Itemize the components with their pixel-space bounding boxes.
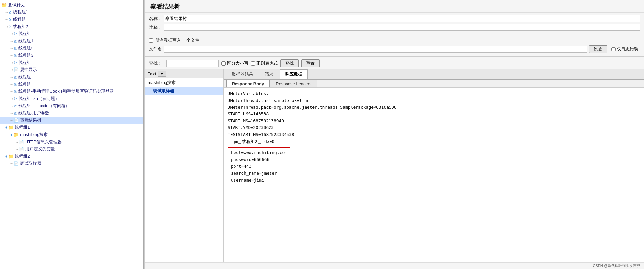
folder-icon: 📁 xyxy=(1,2,7,8)
divider1 xyxy=(145,34,644,34)
tree-root-label: 测试计划 xyxy=(8,2,25,8)
write-all-label: 所有数据写入 一个文件 xyxy=(155,37,199,43)
find-button[interactable]: 查找 xyxy=(280,59,299,67)
highlight-line: port=443 xyxy=(231,163,287,170)
highlight-line: host=www.mashibing.com xyxy=(231,149,287,156)
footer-text: CSDN @敲代码敲到头发茂密 xyxy=(593,264,640,268)
folder-icon: 📁 xyxy=(8,125,13,130)
response-line: JMeterVariables: xyxy=(228,90,640,97)
tree-item[interactable]: ⊸ ⊵ 线程组 xyxy=(0,81,143,88)
sub-tab-response-headers[interactable]: Response headers xyxy=(270,80,317,87)
content-area: Text ▼ mashibing搜索 调试取样器 取样器结果 请求 响应数据 R… xyxy=(145,69,644,262)
sub-tab-response-body[interactable]: Response Body xyxy=(226,80,270,87)
result-tree: Text ▼ mashibing搜索 调试取样器 xyxy=(145,69,224,262)
filename-row: 文件名 浏览 仅日志错误 xyxy=(149,44,640,54)
left-tree-panel: 📁 测试计划 ⊸ ⊵ 线程组1 ⊸ ⊵ 线程组 ⊸ ⊵ 线程组2 ⊸ ⊵ 线程组… xyxy=(0,0,144,269)
tree-item[interactable]: ♦ 📁 线程组2 xyxy=(0,153,143,160)
response-line: JMeterThread.last_sample_ok=true xyxy=(228,97,640,104)
note-input[interactable] xyxy=(164,24,640,31)
tree-root[interactable]: 📁 测试计划 xyxy=(0,1,143,9)
log-errors-checkbox[interactable] xyxy=(611,47,616,51)
tree-item[interactable]: ⊸ ⊵ 线程组1 xyxy=(0,9,143,16)
tree-item-selected[interactable]: ⊸ 📄 察看结果树 xyxy=(0,117,143,124)
name-row: 名称： xyxy=(149,14,640,23)
highlight-box: host=www.mashibing.com password=666666 p… xyxy=(228,147,290,185)
name-label: 名称： xyxy=(149,16,162,22)
tab-sampler-result[interactable]: 取样器结果 xyxy=(226,69,259,79)
form-section: 名称： 注释： xyxy=(145,13,644,33)
note-row: 注释： xyxy=(149,23,640,32)
browse-button[interactable]: 浏览 xyxy=(589,45,607,53)
response-line: START.HMS=143538 xyxy=(228,111,640,118)
highlight-line: search_name=jmeter xyxy=(231,170,287,177)
right-panel: 察看结果树 名称： 注释： 所有数据写入 一个文件 文件名 浏览 仅日志错误 查… xyxy=(145,0,644,269)
folder-icon: 📁 xyxy=(13,132,19,137)
reset-button[interactable]: 重置 xyxy=(301,59,320,67)
tree-item[interactable]: ⊸ ⊵ 线程组 xyxy=(0,30,143,37)
result-tree-item-debug[interactable]: 调试取样器 xyxy=(145,87,223,95)
response-line: TESTSTART.MS=1687523334538 xyxy=(228,131,640,138)
log-errors-label: 仅日志错误 xyxy=(617,46,638,52)
tree-item[interactable]: ⊸ ⊵ 线程组——csdn（有问题） xyxy=(0,102,143,109)
response-line: JMeterThread.pack=org.apache.jmeter.thre… xyxy=(228,104,640,111)
tree-item[interactable]: ⊸ 📄 用户定义的变量 xyxy=(0,145,143,153)
footer: CSDN @敲代码敲到头发茂密 xyxy=(145,262,644,269)
dropdown-button[interactable]: ▼ xyxy=(158,71,166,77)
search-input[interactable] xyxy=(166,60,219,67)
response-line: jm＿线程组2＿idx=0 xyxy=(228,138,640,145)
result-tree-item-mashibing[interactable]: mashibing搜索 xyxy=(145,78,223,87)
response-line: START.MS=1687502138949 xyxy=(228,118,640,125)
filename-label: 文件名 xyxy=(149,46,162,52)
tree-item[interactable]: ⊸ ⊵ 线程组 xyxy=(0,73,143,81)
tab-response-data[interactable]: 响应数据 xyxy=(280,69,308,79)
note-label: 注释： xyxy=(149,25,162,30)
highlight-line: password=666666 xyxy=(231,156,287,163)
sub-tabs-row: Response Body Response headers xyxy=(224,80,644,88)
tree-item[interactable]: ⊸ ⊵ 线程组 xyxy=(0,16,143,23)
case-sensitive-label: 区分大小写 xyxy=(227,60,248,66)
filename-input[interactable] xyxy=(164,46,587,53)
result-tree-header: Text ▼ xyxy=(145,69,223,78)
tree-item[interactable]: ⊸ ⊵ 线程组3 xyxy=(0,52,143,59)
tree-item[interactable]: ⊸ ⊵ 线程组-izu（有问题） xyxy=(0,95,143,102)
folder-icon: 📁 xyxy=(8,154,13,159)
regex-label: 正则表达式 xyxy=(256,60,278,66)
response-content: 取样器结果 请求 响应数据 Response Body Response hea… xyxy=(224,69,644,262)
response-body: JMeterVariables: JMeterThread.last_sampl… xyxy=(224,88,644,262)
write-section: 所有数据写入 一个文件 文件名 浏览 仅日志错误 xyxy=(145,35,644,55)
tree-item[interactable]: ⊸ ⊵ 线程组2 xyxy=(0,45,143,52)
regex-checkbox[interactable] xyxy=(251,61,255,66)
case-sensitive-group: 区分大小写 xyxy=(221,60,248,66)
highlight-line: username=jimi xyxy=(231,177,287,184)
tree-item[interactable]: ⊸ 📄 HTTP信息头管理器 xyxy=(0,138,143,145)
tree-item[interactable]: ♦ 📁 mashibing搜索 xyxy=(0,131,143,138)
result-tree-dropdown-label: Text xyxy=(148,71,156,76)
tree-item[interactable]: ⊸ ⊵ 线程组-手动管理Cookie和手动填写验证码实现登录 xyxy=(0,88,143,95)
search-label: 查找： xyxy=(149,60,162,66)
divider2 xyxy=(145,56,644,57)
tree-item[interactable]: ⊸ ⊵ 线程组1 xyxy=(0,37,143,45)
tree-item[interactable]: ♦ 📁 线程组1 xyxy=(0,124,143,131)
panel-title: 察看结果树 xyxy=(145,0,644,13)
tab-request[interactable]: 请求 xyxy=(259,69,279,79)
case-sensitive-checkbox[interactable] xyxy=(221,61,226,66)
tree-item[interactable]: ⊸ 📄 属性显示 xyxy=(0,66,143,73)
tree-item[interactable]: ⊸ ⊵ 线程组2 xyxy=(0,23,143,30)
response-line: START.YMD=20230623 xyxy=(228,125,640,131)
regex-group: 正则表达式 xyxy=(251,60,278,66)
write-all-checkbox[interactable] xyxy=(149,38,153,43)
write-all-row: 所有数据写入 一个文件 xyxy=(149,36,640,44)
search-bar: 查找： 区分大小写 正则表达式 查找 重置 xyxy=(145,57,644,69)
name-input[interactable] xyxy=(164,15,640,22)
tree-item[interactable]: ⊸ 📄 调试取样器 xyxy=(0,160,143,167)
tabs-row: 取样器结果 请求 响应数据 xyxy=(224,69,644,80)
tree-item[interactable]: ⊸ ⊵ 线程组-用户参数 xyxy=(0,109,143,117)
tree-item[interactable]: ⊸ ⊵ 线程组 xyxy=(0,59,143,66)
